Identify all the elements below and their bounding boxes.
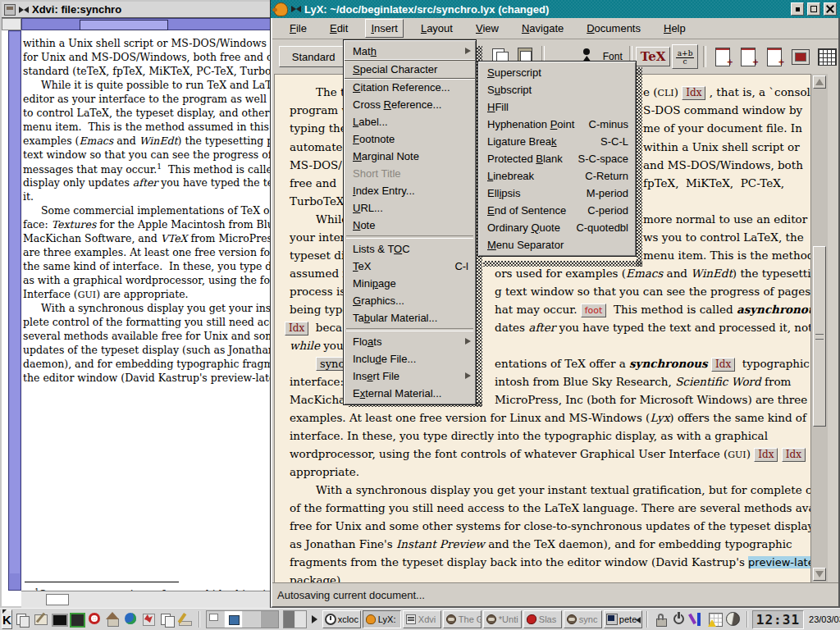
close-button[interactable] xyxy=(824,2,837,16)
calendar-icon[interactable] xyxy=(707,611,724,628)
xdvi-titlebar[interactable]: Xdvi: file:synchro xyxy=(2,2,276,18)
xdvi-horizontal-scrollbar[interactable] xyxy=(21,18,275,30)
menu-edit[interactable]: Edit xyxy=(324,19,354,38)
tex-button[interactable]: TeX xyxy=(636,47,671,66)
task-button-the-g[interactable]: The G xyxy=(443,610,482,628)
klipper-icon[interactable] xyxy=(689,611,705,628)
files-icon[interactable] xyxy=(159,611,176,628)
menu-item-external-material[interactable]: External Material... xyxy=(345,385,475,402)
xdvi-horizontal-scrollbar-thumb[interactable] xyxy=(80,20,168,30)
menu-insert[interactable]: Insert xyxy=(365,19,404,38)
minimize-button[interactable] xyxy=(791,2,804,16)
pager-desktop-2[interactable] xyxy=(225,611,242,628)
insert-graphics-icon[interactable] xyxy=(788,45,810,68)
pager-desktop-1[interactable] xyxy=(207,611,224,628)
menu-item-url[interactable]: URL... xyxy=(345,199,475,217)
k-menu-button[interactable]: K xyxy=(2,609,12,629)
idx-inset[interactable]: Idx xyxy=(782,448,806,462)
xdvi-bottom-scrollbar[interactable] xyxy=(21,591,275,609)
idx-inset[interactable]: Idx xyxy=(285,322,308,336)
menu-item-protected-blank[interactable]: Protected BlankS-C-space xyxy=(479,150,635,167)
help-icon[interactable] xyxy=(87,611,103,628)
idx-inset[interactable]: Idx xyxy=(754,448,778,462)
menu-help[interactable]: Help xyxy=(658,19,692,38)
kde-app-icon[interactable] xyxy=(141,611,158,628)
task-button-unti[interactable]: *Unti xyxy=(483,610,522,628)
menu-item-ellipsis[interactable]: EllipsisM-period xyxy=(479,185,635,202)
lyx-vertical-scrollbar[interactable] xyxy=(810,74,828,582)
menu-item-short-title[interactable]: Short Title xyxy=(345,165,475,182)
idx-inset[interactable]: Idx xyxy=(711,358,735,372)
scroll-down-icon[interactable] xyxy=(813,568,826,581)
insert-footnote-icon[interactable] xyxy=(711,45,733,68)
menu-documents[interactable]: Documents xyxy=(581,19,646,38)
menu-view[interactable]: View xyxy=(470,19,504,38)
xdvi-vertical-scrollbar[interactable] xyxy=(8,30,21,591)
show-desktop-icon[interactable] xyxy=(33,611,49,628)
menu-navigate[interactable]: Navigate xyxy=(516,19,569,38)
scroll-up-icon[interactable] xyxy=(813,75,826,89)
screen-icon[interactable] xyxy=(51,611,67,628)
menu-item-footnote[interactable]: Footnote xyxy=(345,130,475,148)
layout-combo[interactable]: Standard xyxy=(279,46,348,67)
task-button-lyx[interactable]: LyX: xyxy=(363,610,401,628)
date-display[interactable]: 23/03/03 xyxy=(809,614,840,624)
lyx-scrollbar-thumb[interactable] xyxy=(813,246,826,427)
menu-item-ordinary-quote[interactable]: Ordinary QuoteC-quotedbl xyxy=(479,219,635,236)
menu-item-insert-file[interactable]: Insert File xyxy=(345,368,475,385)
home-icon[interactable] xyxy=(105,611,121,628)
moon-icon[interactable] xyxy=(725,611,742,628)
menu-item-menu-separator[interactable]: Menu Separator xyxy=(479,236,635,253)
window-pin-icon[interactable] xyxy=(291,5,301,13)
lyx-titlebar[interactable]: LyX: ~/doc/beginlatex/src/synchro.lyx (c… xyxy=(271,0,840,18)
menu-item-marginal-note[interactable]: Marginal Note xyxy=(345,148,475,165)
insert-float-icon[interactable] xyxy=(763,45,785,68)
menu-item-include-file[interactable]: Include File... xyxy=(345,350,475,368)
lcd-clock[interactable]: 12:31 xyxy=(752,610,804,629)
menu-item-tabular-material[interactable]: Tabular Material... xyxy=(345,309,475,326)
konsole-icon[interactable] xyxy=(69,611,85,628)
task-button-slas[interactable]: Slas xyxy=(523,610,562,628)
menu-item-end-of-sentence[interactable]: End of SentenceC-period xyxy=(479,202,635,219)
idx-inset[interactable]: Idx xyxy=(682,86,705,100)
maximize-button[interactable] xyxy=(807,2,820,16)
pager-desktop-4[interactable] xyxy=(261,611,278,628)
mini-window[interactable] xyxy=(284,611,294,628)
xdvi-bottom-scrollbar-thumb[interactable] xyxy=(46,594,69,605)
edit-icon[interactable] xyxy=(177,611,194,628)
task-button-xdvi[interactable]: Xdvi xyxy=(403,610,441,628)
menu-item-cross-reference[interactable]: Cross Reference... xyxy=(345,96,475,113)
window-pin-icon[interactable] xyxy=(19,6,29,14)
foot-inset[interactable]: foot xyxy=(581,304,607,317)
window-list-icon[interactable] xyxy=(15,611,31,628)
menu-item-hyphenation-point[interactable]: Hyphenation PointC-minus xyxy=(479,116,635,133)
menu-layout[interactable]: Layout xyxy=(415,19,459,38)
menu-item-math[interactable]: Math xyxy=(345,43,475,60)
menu-item-tex[interactable]: TeXC-l xyxy=(345,258,475,275)
menu-item-graphics[interactable]: Graphics... xyxy=(345,292,475,309)
menu-item-linebreak[interactable]: LinebreakC-Return xyxy=(479,167,635,185)
task-button-pete[interactable]: pete xyxy=(604,610,642,628)
task-list-arrow-icon[interactable] xyxy=(312,615,317,623)
menu-file[interactable]: File xyxy=(284,19,313,38)
menu-item-citation-reference[interactable]: Citation Reference... xyxy=(345,79,475,96)
pager-desktop-3[interactable] xyxy=(243,611,260,628)
menu-item-note[interactable]: Note xyxy=(345,217,475,234)
lock-icon[interactable] xyxy=(653,611,669,628)
xdvi-vertical-scrollbar-thumb[interactable] xyxy=(10,32,20,573)
menu-item-ligature-break[interactable]: Ligature BreakS-C-L xyxy=(479,133,635,150)
mini-window[interactable] xyxy=(295,611,306,628)
menu-item-hfill[interactable]: HFill xyxy=(479,98,635,116)
insert-margin-icon[interactable] xyxy=(737,45,759,68)
insert-table-icon[interactable] xyxy=(815,45,837,68)
math-icon[interactable]: a+bc xyxy=(672,44,697,69)
menu-item-lists-toc[interactable]: Lists & TOC xyxy=(345,240,475,258)
window-mini-list[interactable] xyxy=(283,610,307,628)
menu-item-minipage[interactable]: Minipage xyxy=(345,275,475,292)
menu-item-label[interactable]: Label... xyxy=(345,113,475,130)
menu-item-index-entry[interactable]: Index Entry... xyxy=(345,182,475,199)
browser-icon[interactable] xyxy=(123,611,139,628)
power-icon[interactable] xyxy=(671,611,687,628)
menu-item-subscript[interactable]: Subscript xyxy=(479,81,635,98)
task-button-xcloc[interactable]: xcloc xyxy=(322,610,361,628)
